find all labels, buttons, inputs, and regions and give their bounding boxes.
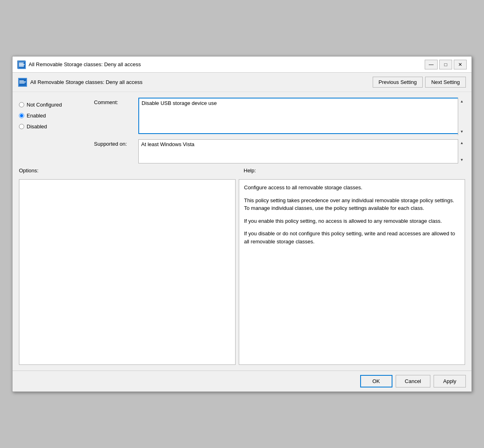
svg-rect-8: [19, 80, 24, 81]
options-section-label-container: Options:: [19, 167, 240, 174]
supported-row: Supported on: At least Windows Vista ▲ ▼: [94, 139, 465, 163]
svg-rect-4: [19, 65, 24, 66]
comment-label: Comment:: [94, 98, 134, 105]
enabled-label: Enabled: [27, 113, 46, 119]
title-bar: All Removable Storage classes: Deny all …: [13, 57, 471, 73]
help-para-2: This policy setting takes precedence ove…: [244, 197, 460, 212]
comment-scroll-up[interactable]: ▲: [458, 98, 465, 105]
svg-rect-3: [19, 63, 23, 64]
not-configured-radio-label[interactable]: Not Configured: [19, 102, 88, 108]
supported-scrollbar: ▲ ▼: [458, 139, 465, 163]
window-icon: [17, 61, 25, 69]
previous-setting-button[interactable]: Previous Setting: [373, 77, 423, 88]
apply-button[interactable]: Apply: [434, 375, 466, 387]
comment-scrollbar: ▲ ▼: [458, 98, 465, 135]
enabled-radio[interactable]: [19, 113, 24, 118]
form-section: Comment: ▲ ▼ Supported on: At least: [94, 98, 465, 163]
supported-wrapper: At least Windows Vista ▲ ▼: [138, 139, 465, 163]
not-configured-label: Not Configured: [27, 102, 62, 108]
enabled-radio-label[interactable]: Enabled: [19, 113, 88, 119]
comment-textarea[interactable]: [138, 98, 465, 134]
svg-rect-9: [19, 83, 25, 84]
section-labels-row: Options: Help:: [19, 167, 465, 174]
main-window: All Removable Storage classes: Deny all …: [12, 56, 472, 392]
supported-scroll-up[interactable]: ▲: [458, 139, 465, 147]
header-icon: [18, 78, 27, 87]
help-section-label: Help:: [244, 166, 256, 175]
maximize-button[interactable]: □: [439, 60, 452, 69]
disabled-label: Disabled: [27, 124, 47, 130]
comment-scroll-track: [458, 105, 465, 128]
minimize-button[interactable]: —: [425, 60, 438, 69]
window-title: All Removable Storage classes: Deny all …: [29, 61, 425, 67]
options-section-label: Options:: [19, 166, 38, 175]
svg-rect-7: [19, 82, 26, 82]
comment-row: Comment: ▲ ▼: [94, 98, 465, 135]
cancel-button[interactable]: Cancel: [396, 375, 430, 387]
next-setting-button[interactable]: Next Setting: [425, 77, 466, 88]
supported-value: At least Windows Vista: [138, 139, 465, 163]
options-panel: [19, 179, 236, 365]
radio-group: Not Configured Enabled Disabled: [19, 98, 88, 163]
not-configured-radio[interactable]: [19, 102, 24, 107]
window-controls: — □ ✕: [425, 60, 467, 69]
help-section-label-container: Help:: [244, 167, 465, 174]
header-bar: All Removable Storage classes: Deny all …: [13, 73, 471, 92]
help-para-3: If you enable this policy setting, no ac…: [244, 217, 460, 225]
comment-scroll-down[interactable]: ▼: [458, 128, 465, 135]
help-para-1: Configure access to all removable storag…: [244, 184, 460, 192]
comment-wrapper: ▲ ▼: [138, 98, 465, 135]
header-title: All Removable Storage classes: Deny all …: [30, 79, 142, 85]
svg-rect-2: [19, 64, 25, 65]
footer: OK Cancel Apply: [13, 371, 471, 391]
content-area: Not Configured Enabled Disabled Comment:: [13, 92, 471, 371]
disabled-radio[interactable]: [19, 124, 24, 129]
bottom-panels: Configure access to all removable storag…: [19, 179, 465, 365]
supported-scroll-down[interactable]: ▼: [458, 156, 465, 163]
help-panel: Configure access to all removable storag…: [239, 179, 465, 365]
close-button[interactable]: ✕: [454, 60, 467, 69]
header-left: All Removable Storage classes: Deny all …: [18, 78, 142, 87]
top-section: Not Configured Enabled Disabled Comment:: [19, 98, 465, 163]
ok-button[interactable]: OK: [360, 375, 392, 387]
help-para-4: If you disable or do not configure this …: [244, 230, 460, 245]
disabled-radio-label[interactable]: Disabled: [19, 124, 88, 130]
supported-scroll-track: [458, 147, 465, 156]
supported-label: Supported on:: [94, 139, 134, 147]
header-buttons: Previous Setting Next Setting: [373, 77, 466, 88]
